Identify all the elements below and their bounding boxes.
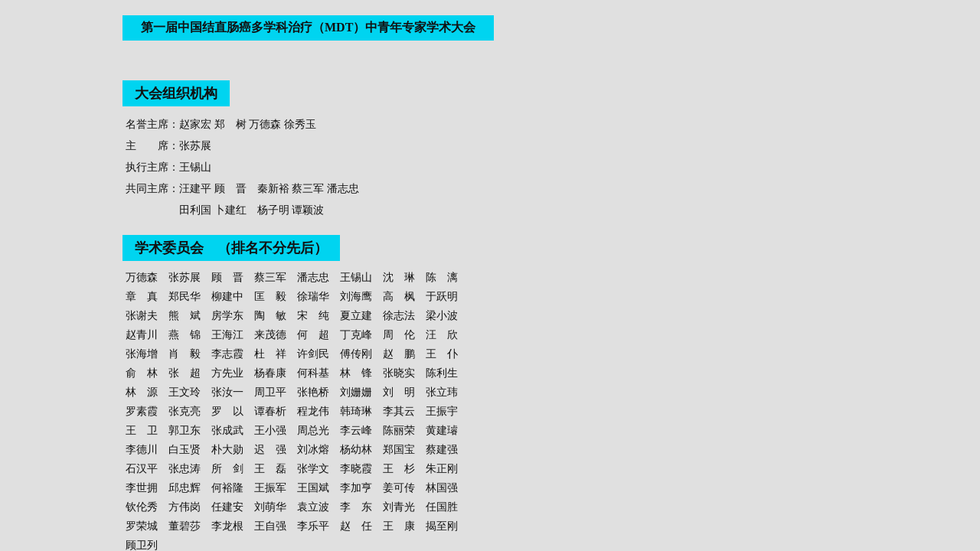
academic-header: 学术委员会 （排名不分先后） [122, 235, 340, 261]
organization-header: 大会组织机构 [122, 80, 230, 106]
page-container: 第一届中国结直肠癌多学科治疗（MDT）中青年专家学术大会 大会组织机构 名誉主席… [0, 0, 980, 551]
page-title: 第一届中国结直肠癌多学科治疗（MDT）中青年专家学术大会 [122, 15, 494, 41]
org-row-4: 共同主席：汪建平 顾 晋 秦新裕 蔡三军 潘志忠 [126, 178, 858, 200]
academic-section: 学术委员会 （排名不分先后） 万德森 张苏展 顾 晋 蔡三军 潘志忠 王锡山 沈… [122, 235, 858, 551]
org-row-1: 名誉主席：赵家宏 郑 树 万德森 徐秀玉 [126, 114, 858, 135]
academic-members: 万德森 张苏展 顾 晋 蔡三军 潘志忠 王锡山 沈 琳 陈 漓 章 真 郑民华 … [126, 269, 858, 551]
org-row-2: 主 席：张苏展 [126, 135, 858, 157]
organization-section: 大会组织机构 名誉主席：赵家宏 郑 树 万德森 徐秀玉 主 席：张苏展 执行主席… [122, 80, 858, 221]
org-row-5: 田利国 卜建红 杨子明 谭颖波 [126, 200, 858, 221]
org-row-3: 执行主席：王锡山 [126, 157, 858, 178]
organization-rows: 名誉主席：赵家宏 郑 树 万德森 徐秀玉 主 席：张苏展 执行主席：王锡山 共同… [122, 114, 858, 221]
